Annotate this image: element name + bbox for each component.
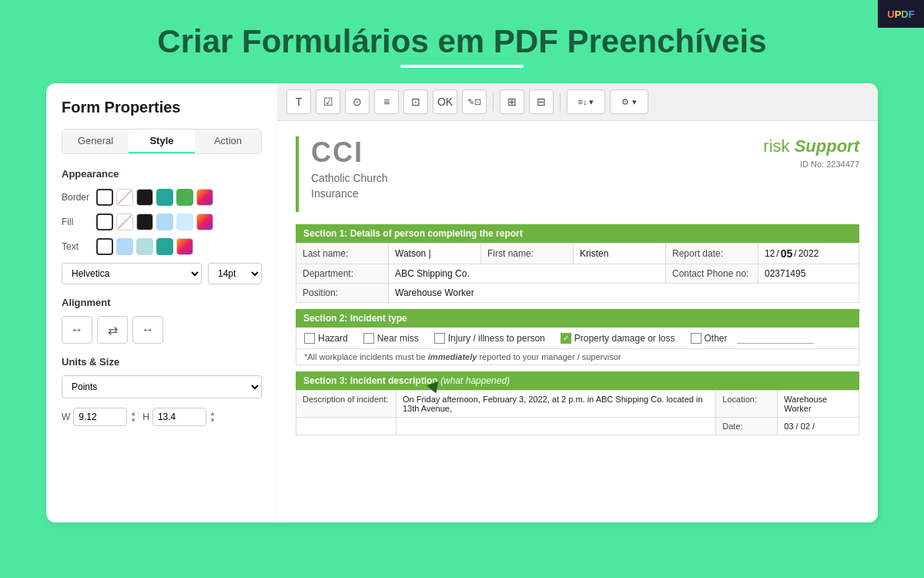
border-swatch-green[interactable] — [176, 189, 193, 206]
injury-label: Injury / illness to person — [448, 333, 545, 344]
cci-subtitle2: Insurance — [311, 187, 388, 200]
text-label: Text — [62, 241, 96, 252]
width-spinners[interactable]: ▲ ▼ — [130, 411, 136, 424]
border-label: Border — [62, 192, 96, 203]
toolbar-combo-icon[interactable]: ⊡ — [403, 89, 428, 114]
fill-swatch-lightblue[interactable] — [156, 213, 173, 230]
table-row: Date: 03 / 02 / — [296, 418, 859, 435]
form-properties-tabs: General Style Action — [62, 129, 262, 154]
width-up-arrow[interactable]: ▲ — [130, 411, 136, 417]
font-family-select[interactable]: Helvetica — [62, 263, 202, 284]
section1-header: Section 1: Details of person completing … — [296, 224, 859, 243]
other-checkbox[interactable] — [691, 333, 701, 344]
last-name-label: Last name: — [296, 244, 389, 264]
height-spinners[interactable]: ▲ ▼ — [209, 411, 216, 424]
incident-near-miss: Near miss — [363, 333, 419, 344]
property-checkbox[interactable]: ✓ — [561, 333, 571, 344]
description-label: Description of incident: — [296, 391, 397, 418]
first-name-value[interactable]: Kristen — [574, 244, 666, 264]
height-input[interactable] — [152, 408, 206, 426]
section3-header: Section 3: Incident description (what ha… — [296, 371, 859, 390]
toolbar-separator-1 — [493, 92, 494, 111]
toolbar-button-icon[interactable]: OK — [433, 89, 457, 114]
empty-cell — [296, 418, 397, 435]
table-row: Position: Warehouse Worker — [296, 284, 859, 303]
section1-table: Last name: Watson | First name: Kristen … — [296, 243, 859, 303]
toolbar-grid-icon[interactable]: ⊟ — [529, 89, 554, 114]
location-value[interactable]: Warehouse Worker — [778, 391, 859, 418]
text-swatch-gradient[interactable] — [176, 238, 193, 255]
tab-general[interactable]: General — [62, 129, 129, 153]
incident-other: Other — [691, 332, 814, 344]
border-swatch-gradient[interactable] — [196, 189, 213, 206]
cci-logo: CCI — [311, 136, 388, 169]
id-number: ID No: 2234477 — [763, 160, 859, 169]
units-size-label: Units & Size — [62, 356, 262, 368]
department-value[interactable]: ABC Shipping Co. — [389, 264, 666, 284]
height-item: H ▲ ▼ — [142, 408, 216, 426]
tab-action[interactable]: Action — [195, 129, 261, 153]
hazard-checkbox[interactable] — [304, 333, 315, 344]
injury-checkbox[interactable] — [434, 333, 445, 344]
warning-text: *All workplace incidents must be immedia… — [296, 349, 859, 365]
font-size-select[interactable]: 14pt — [208, 263, 262, 284]
position-label: Position: — [296, 284, 389, 303]
height-label: H — [142, 412, 149, 422]
units-select[interactable]: Points — [62, 375, 262, 398]
date-label: Date: — [716, 418, 778, 435]
last-name-value[interactable]: Watson | — [389, 244, 481, 264]
location-label: Location: — [716, 391, 778, 418]
appearance-label: Appearance — [62, 168, 262, 180]
toolbar-signature-icon[interactable]: ✎⊡ — [462, 89, 487, 114]
contact-phone-label: Contact Phone no: — [666, 264, 758, 284]
position-value[interactable]: Warehouse Worker — [389, 284, 859, 303]
border-swatch-none[interactable] — [116, 189, 133, 206]
toolbar-checkbox-icon[interactable]: ☑ — [316, 89, 340, 114]
fill-swatch-black[interactable] — [136, 213, 153, 230]
section3-table: Description of incident: On Friday after… — [296, 390, 859, 435]
border-swatch-black[interactable] — [136, 189, 153, 206]
first-name-label: First name: — [481, 244, 574, 264]
text-swatch-lightblue[interactable] — [116, 238, 133, 255]
section3-italic: (what happened) — [440, 375, 510, 386]
width-item: W ▲ ▼ — [62, 408, 136, 426]
align-left-button[interactable]: ↔ — [62, 316, 92, 344]
border-row: Border — [62, 189, 262, 206]
report-date-value[interactable]: 12 / 05 / 2022 — [758, 244, 859, 264]
border-swatches — [96, 189, 213, 206]
warning-bold: immediately — [428, 352, 477, 361]
toolbar-tools-dropdown[interactable]: ⚙ ▾ — [610, 89, 648, 114]
width-input[interactable] — [73, 408, 127, 426]
toolbar-text-icon[interactable]: T — [286, 89, 311, 114]
text-row: Text — [62, 238, 262, 255]
text-swatch-bordered[interactable] — [96, 238, 113, 255]
text-swatch-teal[interactable] — [156, 238, 173, 255]
description-value[interactable]: On Friday afternoon, February 3, 2022, a… — [397, 391, 716, 418]
fill-swatch-lightblue2[interactable] — [176, 213, 193, 230]
alignment-buttons: ↔ ⇄ ↔ — [62, 316, 262, 344]
tab-style[interactable]: Style — [129, 129, 195, 153]
pdf-toolbar: T ☑ ⊙ ≡ ⊡ OK ✎⊡ ⊞ ⊟ ≡↓ ▾ ⚙ ▾ — [277, 83, 878, 121]
height-down-arrow[interactable]: ▼ — [209, 418, 216, 424]
border-swatch-teal[interactable] — [156, 189, 173, 206]
toolbar-align-dropdown[interactable]: ≡↓ ▾ — [567, 89, 605, 114]
fill-swatch-bordered[interactable] — [96, 213, 113, 230]
align-right-button[interactable]: ↔ — [132, 316, 163, 344]
near-miss-checkbox[interactable] — [363, 333, 374, 344]
date-value[interactable]: 03 / 02 / — [778, 418, 859, 435]
page-title: Criar Formulários em PDF Preenchíveis — [0, 0, 924, 83]
form-properties-panel: Form Properties General Style Action App… — [46, 83, 277, 523]
department-label: Department: — [296, 264, 389, 284]
contact-phone-value[interactable]: 02371495 — [758, 264, 859, 284]
support-label: Support — [795, 136, 859, 156]
height-up-arrow[interactable]: ▲ — [209, 411, 216, 417]
align-center-button[interactable]: ⇄ — [97, 316, 128, 344]
fill-swatch-gradient[interactable] — [196, 213, 213, 230]
toolbar-list-icon[interactable]: ≡ — [374, 89, 399, 114]
fill-swatch-none[interactable] — [116, 213, 133, 230]
width-down-arrow[interactable]: ▼ — [130, 418, 136, 424]
text-swatch-mint[interactable] — [136, 238, 153, 255]
border-swatch-bordered[interactable] — [96, 189, 113, 206]
toolbar-page-icon[interactable]: ⊞ — [500, 89, 524, 114]
toolbar-radio-icon[interactable]: ⊙ — [345, 89, 370, 114]
